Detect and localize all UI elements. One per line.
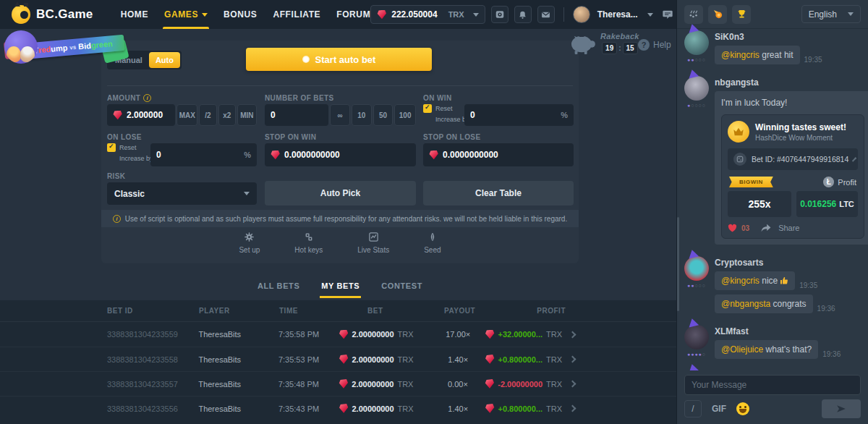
trx-gem-icon bbox=[485, 404, 495, 413]
nav-bonus[interactable]: BONUS bbox=[224, 0, 257, 29]
vault-button[interactable] bbox=[491, 6, 509, 23]
live-stats-action[interactable]: Live Stats bbox=[357, 232, 389, 262]
slash-commands-button[interactable]: / bbox=[684, 400, 702, 417]
chat-username[interactable]: nbgangsta bbox=[715, 77, 861, 88]
mention[interactable]: @kingcris bbox=[721, 50, 760, 60]
user-avatar[interactable] bbox=[684, 325, 709, 349]
clear-table-button[interactable]: Clear Table bbox=[423, 181, 574, 205]
nav-home[interactable]: HOME bbox=[121, 0, 148, 29]
bets-10-button[interactable]: 10 bbox=[352, 104, 372, 126]
gif-button[interactable]: GIF bbox=[712, 404, 726, 414]
seed-action[interactable]: Seed bbox=[424, 232, 441, 262]
start-auto-bet-button[interactable]: Start auto bet bbox=[246, 48, 432, 71]
on-win-input[interactable] bbox=[470, 110, 556, 120]
bet-id: 3388381304233558 bbox=[107, 355, 198, 364]
promo-banner[interactable]: TredumpvsBidgreen bbox=[3, 30, 133, 68]
mention[interactable]: @kingcris bbox=[721, 276, 760, 286]
notifications-button[interactable] bbox=[514, 6, 532, 23]
nav-affiliate[interactable]: AFFILIATE bbox=[273, 0, 320, 29]
infinity-button[interactable]: ∞ bbox=[330, 104, 350, 126]
brand-logo[interactable]: BC.Game bbox=[12, 5, 93, 24]
nav-games[interactable]: GAMES bbox=[164, 0, 208, 29]
contest-button[interactable] bbox=[732, 5, 751, 24]
user-avatar[interactable] bbox=[684, 30, 709, 55]
language-select[interactable]: English bbox=[801, 5, 861, 23]
bet-currency: TRX bbox=[398, 404, 414, 413]
chevron-right-icon[interactable] bbox=[569, 356, 576, 363]
mention[interactable]: @Oliejuice bbox=[721, 344, 763, 355]
messages-button[interactable] bbox=[537, 6, 555, 23]
on-win-reset-checkbox[interactable] bbox=[423, 104, 432, 113]
chevron-down-icon[interactable] bbox=[647, 13, 653, 20]
max-button[interactable]: MAX bbox=[176, 104, 197, 126]
header-time: TIME bbox=[279, 307, 340, 315]
min-button[interactable]: MIN bbox=[237, 104, 257, 126]
medals: ●○○○○ bbox=[687, 103, 706, 108]
info-icon[interactable]: i bbox=[143, 94, 151, 102]
envelope-icon bbox=[541, 10, 550, 20]
chat-toggle-button[interactable] bbox=[659, 6, 676, 23]
user-avatar[interactable] bbox=[684, 256, 709, 281]
fireball-icon bbox=[712, 9, 723, 20]
tab-contest[interactable]: CONTEST bbox=[380, 275, 424, 298]
fireball-button[interactable] bbox=[708, 5, 727, 24]
auto-pick-button[interactable]: Auto Pick bbox=[265, 181, 416, 205]
setup-action[interactable]: Set up bbox=[239, 232, 260, 262]
chat-input-wrap bbox=[684, 375, 861, 395]
mention[interactable]: @nbgangsta bbox=[721, 299, 770, 309]
payout: 17.00× bbox=[431, 330, 485, 339]
coin-rain-button[interactable] bbox=[684, 5, 703, 24]
chat-scrollbar[interactable] bbox=[677, 217, 679, 311]
send-button[interactable] bbox=[822, 399, 861, 418]
chevron-right-icon[interactable] bbox=[569, 331, 576, 338]
nav-forum[interactable]: FORUM bbox=[336, 0, 370, 29]
chevron-right-icon[interactable] bbox=[569, 381, 576, 388]
amount-input[interactable] bbox=[127, 110, 169, 120]
help-button[interactable]: ? Help bbox=[638, 39, 671, 51]
risk-label: RISK bbox=[107, 172, 126, 180]
stop-lose-input-wrap bbox=[423, 143, 574, 166]
bets-100-button[interactable]: 100 bbox=[394, 104, 416, 126]
table-row[interactable]: 3388381304233556 TheresaBits 7:35:43 PM … bbox=[0, 396, 676, 420]
stop-win-input[interactable] bbox=[284, 150, 410, 160]
user-avatar[interactable] bbox=[684, 76, 709, 101]
player: TheresaBits bbox=[198, 355, 278, 364]
hotkeys-action[interactable]: Hot keys bbox=[294, 232, 323, 262]
tab-my-bets[interactable]: MY BETS bbox=[320, 275, 361, 298]
chat-username[interactable]: XLMfast bbox=[715, 326, 861, 336]
auto-tab[interactable]: Auto bbox=[149, 52, 180, 68]
table-row[interactable]: 3388381304233557 TheresaBits 7:35:48 PM … bbox=[0, 371, 676, 396]
username[interactable]: Theresa... bbox=[597, 9, 638, 20]
risk-select[interactable]: Classic bbox=[107, 182, 257, 205]
chevron-right-icon[interactable] bbox=[569, 405, 576, 412]
table-row[interactable]: 3388381304233558 TheresaBits 7:35:53 PM … bbox=[0, 347, 676, 371]
quick-actions: Set up Hot keys Live Stats Seed bbox=[101, 232, 579, 262]
on-lose-reset-checkbox[interactable] bbox=[107, 143, 116, 152]
share-label[interactable]: Share bbox=[778, 224, 799, 232]
balance-selector[interactable]: 222.050004 TRX bbox=[370, 5, 485, 24]
win-currency: LTC bbox=[839, 200, 854, 208]
share-icon[interactable] bbox=[761, 224, 771, 232]
promo-text: vs bbox=[69, 43, 77, 51]
table-row[interactable]: 3388381304233559 TheresaBits 7:35:58 PM … bbox=[0, 322, 676, 347]
win-bet-id-row[interactable]: Bet ID: #4076447949916814 bbox=[728, 148, 858, 170]
profit-currency: TRX bbox=[546, 404, 562, 413]
rakeback-widget[interactable]: Rakeback 19 : 15 bbox=[569, 32, 639, 55]
on-lose-reset-block: Reset Increase by bbox=[107, 143, 148, 162]
vault-icon bbox=[495, 9, 505, 20]
bets-50-button[interactable]: 50 bbox=[373, 104, 393, 126]
chat-message-input[interactable] bbox=[692, 380, 854, 390]
message-text: what's that? bbox=[766, 344, 812, 355]
chat-username[interactable]: SiK0n3 bbox=[715, 32, 861, 42]
trx-gem-icon bbox=[339, 404, 348, 413]
on-lose-input[interactable] bbox=[156, 150, 239, 160]
half-button[interactable]: /2 bbox=[199, 104, 216, 126]
double-button[interactable]: x2 bbox=[218, 104, 236, 126]
user-avatar[interactable] bbox=[573, 6, 590, 23]
heart-icon[interactable] bbox=[728, 224, 737, 232]
chat-username[interactable]: Cryptosarts bbox=[715, 258, 861, 268]
emoji-button[interactable] bbox=[736, 402, 749, 415]
tab-all-bets[interactable]: ALL BETS bbox=[256, 275, 301, 298]
stop-lose-input[interactable] bbox=[443, 150, 568, 160]
num-bets-input[interactable] bbox=[271, 110, 323, 120]
